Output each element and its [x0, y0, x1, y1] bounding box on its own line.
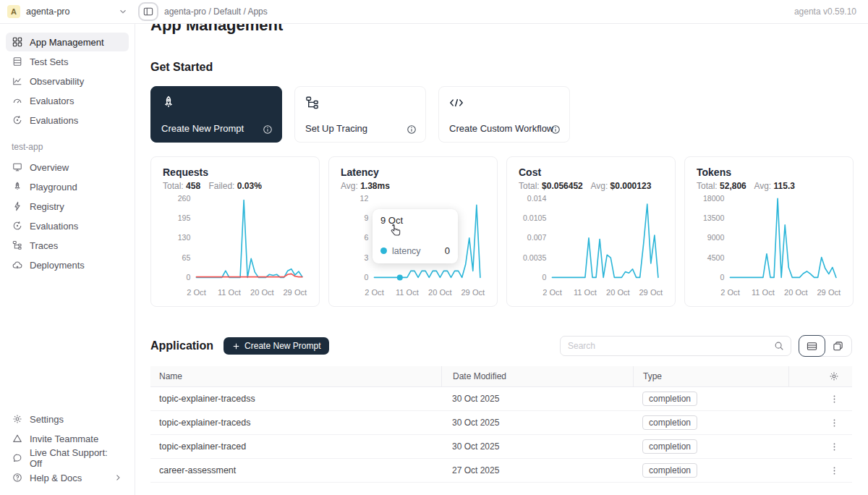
svg-text:18000: 18000 [703, 194, 725, 203]
view-toggle [799, 335, 852, 357]
row-menu-kebab-icon[interactable] [830, 418, 839, 428]
app-name: topic-explainer-traceds [150, 418, 441, 428]
svg-text:29 Oct: 29 Oct [817, 288, 841, 297]
sidebar-item-playground[interactable]: Playground [6, 177, 129, 196]
card-view-button[interactable] [825, 336, 851, 356]
app-date-modified: 27 Oct 2025 [441, 465, 633, 475]
sidebar-item-evaluations[interactable]: Evaluations [6, 111, 129, 130]
search-box [560, 336, 791, 356]
info-icon[interactable] [407, 124, 417, 135]
sidebar-item-registry[interactable]: Registry [6, 197, 129, 216]
column-header-date-modified[interactable]: Date Modified [441, 366, 633, 386]
svg-text:11 Oct: 11 Oct [396, 288, 419, 297]
application-title: Application [150, 339, 213, 352]
sidebar-item-label: App Management [30, 37, 104, 48]
sidebar-item-label: Observability [30, 76, 84, 87]
sidebar-item-app-evaluations[interactable]: Evaluations [6, 216, 129, 235]
svg-text:20 Oct: 20 Oct [428, 288, 452, 297]
create-custom-workflow-card[interactable]: Create Custom Workflow [438, 86, 570, 143]
sidebar-item-settings[interactable]: Settings [6, 410, 129, 428]
app-date-modified: 30 Oct 2025 [441, 441, 633, 452]
svg-text:11 Oct: 11 Oct [752, 288, 775, 297]
column-header-type[interactable]: Type [633, 366, 788, 386]
sidebar-item-label: Deployments [30, 260, 85, 271]
info-icon[interactable] [550, 124, 561, 135]
sidebar-item-label: Evaluators [30, 96, 74, 106]
get-started-cards: Create New Prompt Set Up Tracing Create … [150, 86, 852, 143]
chevron-down-icon [118, 7, 128, 17]
sidebar-item-traces[interactable]: Traces [6, 236, 129, 255]
chart-stats: Avg: 1.38ms [341, 181, 485, 191]
tooltip-series-label: latency [392, 246, 421, 256]
workspace-selector[interactable]: A agenta-pro [0, 5, 135, 18]
tokens-line-chart[interactable]: 04500900013500180002 Oct11 Oct20 Oct29 O… [697, 192, 843, 301]
svg-text:11 Oct: 11 Oct [218, 288, 241, 297]
svg-text:0.014: 0.014 [527, 194, 547, 203]
card-label: Set Up Tracing [305, 123, 367, 134]
svg-text:0.0035: 0.0035 [523, 253, 547, 262]
create-new-prompt-button[interactable]: Create New Prompt [224, 337, 329, 355]
gauge-icon [12, 96, 22, 106]
sidebar-item-label: Evaluations [30, 221, 78, 232]
svg-text:20 Oct: 20 Oct [250, 288, 274, 297]
table-row[interactable]: career-assessment 27 Oct 2025 completion [150, 459, 852, 483]
metrics-cards: Requests Total: 458 Failed: 0.03% 065130… [150, 156, 852, 307]
sidebar-item-test-sets[interactable]: Test Sets [6, 52, 129, 71]
table-view-button[interactable] [799, 335, 825, 357]
info-icon[interactable] [263, 124, 273, 135]
column-header-name[interactable]: Name [150, 366, 441, 386]
sidebar-item-observability[interactable]: Observability [6, 72, 129, 90]
row-menu-kebab-icon[interactable] [830, 394, 839, 404]
table-settings-gear-icon[interactable] [829, 371, 839, 381]
rocket-icon [161, 96, 271, 110]
table-row[interactable]: topic-explainer-traceds 30 Oct 2025 comp… [150, 411, 852, 435]
svg-text:3: 3 [364, 253, 368, 262]
set-up-tracing-card[interactable]: Set Up Tracing [294, 86, 426, 143]
table-row[interactable]: topic-explainer-tracedss 30 Oct 2025 com… [150, 387, 852, 411]
cost-chart-card: Cost Total: $0.056452 Avg: $0.000123 00.… [506, 156, 676, 307]
cost-line-chart[interactable]: 00.00350.0070.01050.0142 Oct11 Oct20 Oct… [519, 192, 665, 301]
search-icon[interactable] [774, 341, 784, 351]
search-input[interactable] [568, 341, 774, 351]
series-dot [380, 248, 387, 254]
svg-text:0: 0 [364, 273, 368, 282]
app-date-modified: 30 Oct 2025 [441, 418, 633, 428]
sidebar-item-evaluators[interactable]: Evaluators [6, 91, 129, 110]
type-badge: completion [642, 463, 697, 478]
topbar: A agenta-pro agenta-pro / Default / Apps… [0, 0, 868, 24]
sidebar-item-deployments[interactable]: Deployments [6, 255, 129, 274]
svg-text:0.007: 0.007 [527, 233, 547, 242]
svg-text:13500: 13500 [703, 213, 725, 222]
help-icon [12, 473, 22, 483]
bolt-icon [12, 201, 22, 211]
breadcrumb[interactable]: agenta-pro / Default / Apps [164, 7, 268, 17]
sidebar-item-live-chat-support[interactable]: Live Chat Support: Off [6, 449, 129, 468]
sidebar-item-label: Test Sets [30, 56, 68, 67]
sidebar-item-app-management[interactable]: App Management [6, 33, 129, 51]
sidebar-item-invite-teammate[interactable]: Invite Teammate [6, 429, 129, 448]
svg-text:2 Oct: 2 Oct [187, 288, 206, 297]
panel-toggle-icon [143, 7, 153, 17]
sidebar-item-label: Registry [30, 201, 64, 212]
sidebar-item-help-docs[interactable]: Help & Docs [6, 468, 129, 487]
sidebar-item-overview[interactable]: Overview [6, 158, 129, 177]
svg-text:0: 0 [186, 273, 190, 282]
table-row[interactable]: topic-explainer-traced 30 Oct 2025 compl… [150, 435, 852, 459]
sidebar-item-label: Overview [30, 162, 69, 173]
table-header: Name Date Modified Type [150, 366, 852, 387]
row-menu-kebab-icon[interactable] [830, 442, 839, 452]
app-name: career-assessment [150, 465, 441, 475]
requests-line-chart[interactable]: 0651301952602 Oct11 Oct20 Oct29 Oct [163, 192, 309, 301]
row-menu-kebab-icon[interactable] [830, 466, 839, 475]
workspace-avatar: A [7, 5, 20, 18]
sidebar-item-label: Evaluations [30, 115, 78, 126]
code-icon [449, 96, 559, 110]
sidebar-toggle-button[interactable] [138, 2, 158, 21]
applications-table: Name Date Modified Type topic-explainer-… [150, 366, 852, 483]
create-new-prompt-card[interactable]: Create New Prompt [150, 86, 282, 143]
svg-text:0: 0 [720, 273, 724, 282]
sidebar-item-label: Live Chat Support: Off [30, 447, 122, 469]
svg-text:6: 6 [364, 233, 368, 242]
svg-text:0: 0 [542, 273, 546, 282]
grid-icon [12, 37, 22, 47]
